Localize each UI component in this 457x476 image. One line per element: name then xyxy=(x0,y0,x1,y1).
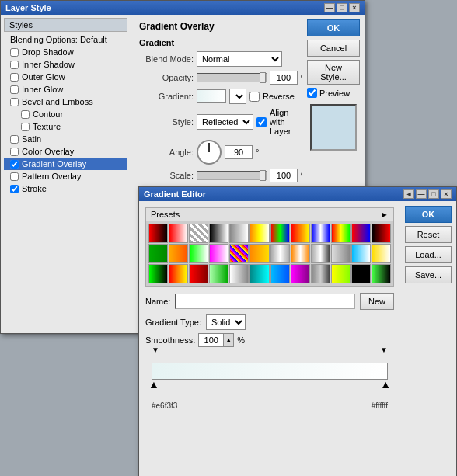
minimize-btn[interactable]: — xyxy=(324,3,335,12)
stroke-checkbox[interactable] xyxy=(10,185,19,193)
cancel-button[interactable]: Cancel xyxy=(307,40,360,57)
inner-shadow-checkbox[interactable] xyxy=(10,61,19,69)
preset-swatch[interactable] xyxy=(331,244,351,263)
preset-swatch[interactable] xyxy=(372,264,391,283)
preset-swatch[interactable] xyxy=(209,264,228,283)
ge-ok-button[interactable]: OK xyxy=(405,206,452,223)
gradient-dropdown-btn[interactable] xyxy=(229,89,246,104)
inner-glow-checkbox[interactable] xyxy=(10,85,19,94)
close-btn[interactable]: × xyxy=(349,3,360,12)
sidebar-item-color-overlay[interactable]: Color Overlay xyxy=(4,145,127,158)
sidebar-item-inner-glow[interactable]: Inner Glow xyxy=(4,83,127,96)
preset-swatch[interactable] xyxy=(372,244,391,263)
preset-swatch[interactable] xyxy=(148,244,168,263)
reverse-checkbox[interactable] xyxy=(249,92,260,102)
preset-swatch[interactable] xyxy=(169,244,188,263)
sidebar-item-drop-shadow[interactable]: Drop Shadow xyxy=(4,46,127,58)
preview-checkbox[interactable] xyxy=(307,88,317,98)
sidebar-item-bevel-emboss[interactable]: Bevel and Emboss xyxy=(4,96,127,108)
bevel-emboss-checkbox[interactable] xyxy=(10,98,19,106)
sidebar-item-outer-glow[interactable]: Outer Glow xyxy=(4,71,127,83)
preset-swatch[interactable] xyxy=(291,224,310,243)
texture-checkbox[interactable] xyxy=(21,123,30,131)
ge-back-btn[interactable]: ◄ xyxy=(403,189,414,199)
preset-swatch[interactable] xyxy=(189,264,208,283)
gradient-type-select[interactable]: Solid xyxy=(206,314,246,330)
preset-swatch[interactable] xyxy=(311,244,330,263)
gradient-bar[interactable] xyxy=(152,363,388,380)
sidebar-item-inner-shadow[interactable]: Inner Shadow xyxy=(4,58,127,71)
styles-header: Styles xyxy=(4,18,127,32)
opacity-slider[interactable] xyxy=(197,73,267,82)
scale-input[interactable] xyxy=(270,169,298,182)
preset-swatch[interactable] xyxy=(351,264,371,283)
scale-slider[interactable] xyxy=(197,171,267,180)
angle-dial[interactable] xyxy=(197,140,222,165)
color-stop-left[interactable]: ▲ xyxy=(148,378,159,391)
outer-glow-checkbox[interactable] xyxy=(10,73,19,82)
preset-swatch[interactable] xyxy=(229,224,249,243)
preset-swatch[interactable] xyxy=(311,224,330,243)
new-style-button[interactable]: New Style... xyxy=(307,60,360,85)
satin-checkbox[interactable] xyxy=(10,135,19,144)
ge-minimize-btn[interactable]: — xyxy=(416,189,427,199)
ge-load-button[interactable]: Load... xyxy=(405,246,452,263)
smoothness-input[interactable] xyxy=(198,333,223,347)
preset-swatch[interactable] xyxy=(169,264,188,283)
gradient-overlay-checkbox[interactable] xyxy=(10,160,19,169)
preset-swatch[interactable] xyxy=(209,244,228,263)
preset-swatch[interactable] xyxy=(270,224,290,243)
preset-swatch[interactable] xyxy=(148,224,168,243)
color-stop-right[interactable]: ▲ xyxy=(380,378,391,391)
ge-maximize-btn[interactable]: □ xyxy=(428,189,439,199)
sidebar-item-contour[interactable]: Contour xyxy=(4,108,127,120)
ge-close-btn[interactable]: × xyxy=(441,189,452,199)
smoothness-up-btn[interactable]: ▲ xyxy=(223,333,234,347)
sidebar-item-texture[interactable]: Texture xyxy=(4,120,127,133)
preset-swatch[interactable] xyxy=(249,264,269,283)
preset-swatch[interactable] xyxy=(291,264,310,283)
sidebar-item-stroke[interactable]: Stroke xyxy=(4,182,127,195)
preset-swatch[interactable] xyxy=(351,244,371,263)
drop-shadow-checkbox[interactable] xyxy=(10,48,19,57)
preset-swatch[interactable] xyxy=(291,244,310,263)
ok-button[interactable]: OK xyxy=(307,19,360,36)
angle-input[interactable] xyxy=(225,145,253,159)
sidebar-item-satin[interactable]: Satin xyxy=(4,133,127,145)
sidebar-item-blending-options[interactable]: Blending Options: Default xyxy=(4,33,127,46)
preset-swatch[interactable] xyxy=(331,224,351,243)
sidebar-item-pattern-overlay[interactable]: Pattern Overlay xyxy=(4,170,127,182)
presets-expand-icon[interactable]: ► xyxy=(380,210,389,219)
opacity-stop-left[interactable]: ▼ xyxy=(152,346,159,354)
maximize-btn[interactable]: □ xyxy=(337,3,347,12)
opacity-stop-right[interactable]: ▼ xyxy=(380,346,388,354)
style-select[interactable]: Reflected xyxy=(197,114,253,130)
preset-swatch[interactable] xyxy=(189,244,208,263)
ge-reset-button[interactable]: Reset xyxy=(405,226,452,243)
opacity-input[interactable] xyxy=(270,71,298,85)
new-gradient-button[interactable]: New xyxy=(360,293,394,310)
preset-swatch[interactable] xyxy=(372,224,391,243)
blend-mode-select[interactable]: Normal xyxy=(197,51,282,67)
contour-checkbox[interactable] xyxy=(21,110,30,119)
preset-swatch[interactable] xyxy=(229,264,249,283)
preset-swatch[interactable] xyxy=(270,244,290,263)
preset-swatch[interactable] xyxy=(229,244,249,263)
preset-swatch[interactable] xyxy=(148,264,168,283)
preset-swatch[interactable] xyxy=(209,224,228,243)
color-overlay-checkbox[interactable] xyxy=(10,148,19,156)
preset-swatch[interactable] xyxy=(311,264,330,283)
gradient-preview-swatch[interactable] xyxy=(197,89,226,103)
ge-save-button[interactable]: Save... xyxy=(405,266,452,283)
preset-swatch[interactable] xyxy=(351,224,371,243)
preset-swatch[interactable] xyxy=(249,244,269,263)
align-layer-checkbox[interactable] xyxy=(256,117,267,127)
sidebar-item-gradient-overlay[interactable]: Gradient Overlay xyxy=(4,158,127,170)
preset-swatch[interactable] xyxy=(270,264,290,283)
preset-swatch[interactable] xyxy=(249,224,269,243)
gradient-name-input[interactable]: Custom xyxy=(175,294,355,309)
pattern-overlay-checkbox[interactable] xyxy=(10,172,19,181)
preset-swatch[interactable] xyxy=(169,224,188,243)
preset-swatch[interactable] xyxy=(189,224,208,243)
preset-swatch[interactable] xyxy=(331,264,351,283)
